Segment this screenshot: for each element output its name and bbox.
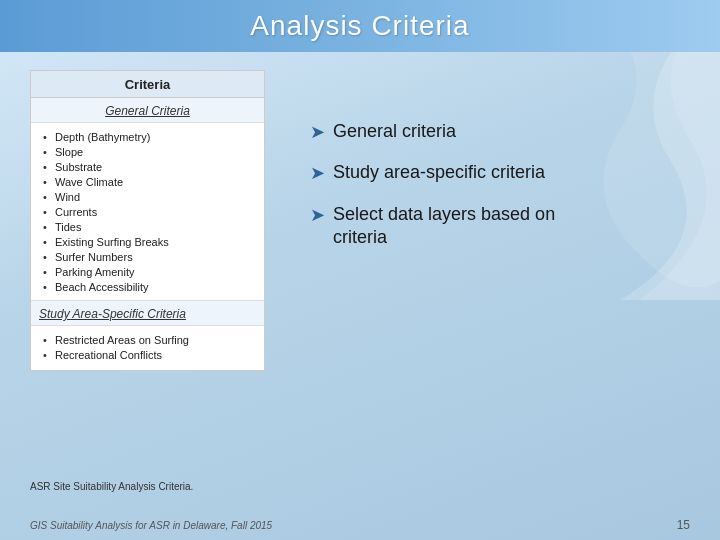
list-item: Restricted Areas on Surfing [43, 332, 256, 347]
list-item: Recreational Conflicts [43, 347, 256, 362]
right-item-label-2: Study area-specific criteria [333, 161, 545, 184]
arrow-icon-2: ➤ [310, 162, 325, 184]
general-criteria-list: Depth (Bathymetry) Slope Substrate Wave … [31, 123, 264, 300]
arrow-icon-3: ➤ [310, 204, 325, 226]
slide: Analysis Criteria Criteria General Crite… [0, 0, 720, 540]
criteria-panel: Criteria General Criteria Depth (Bathyme… [30, 70, 265, 371]
general-criteria-label: General Criteria [105, 104, 190, 118]
right-item-3: ➤ Select data layers based oncriteria [310, 203, 690, 250]
panel-header: Criteria [31, 71, 264, 98]
source-label-text: ASR Site Suitability Analysis Criteria. [30, 481, 193, 492]
list-item: Existing Surfing Breaks [43, 234, 256, 249]
page-title: Analysis Criteria [250, 10, 469, 42]
panel-header-text: Criteria [125, 77, 171, 92]
general-criteria-header: General Criteria [31, 98, 264, 123]
page-number: 15 [677, 518, 690, 532]
list-item: Substrate [43, 159, 256, 174]
list-item: Wave Climate [43, 174, 256, 189]
study-area-label: Study Area-Specific Criteria [39, 307, 186, 321]
list-item: Currents [43, 204, 256, 219]
footer-label: GIS Suitability Analysis for ASR in Dela… [30, 520, 272, 531]
list-item: Depth (Bathymetry) [43, 129, 256, 144]
arrow-icon-1: ➤ [310, 121, 325, 143]
footer: GIS Suitability Analysis for ASR in Dela… [0, 518, 720, 532]
right-item-label-3: Select data layers based oncriteria [333, 203, 555, 250]
list-item: Parking Amenity [43, 264, 256, 279]
list-item: Surfer Numbers [43, 249, 256, 264]
right-item-label-1: General criteria [333, 120, 456, 143]
source-label: ASR Site Suitability Analysis Criteria. [30, 481, 193, 492]
list-item: Beach Accessibility [43, 279, 256, 294]
right-panel: ➤ General criteria ➤ Study area-specific… [310, 120, 690, 268]
right-item-1: ➤ General criteria [310, 120, 690, 143]
title-bar: Analysis Criteria [0, 0, 720, 52]
list-item: Wind [43, 189, 256, 204]
study-area-list: Restricted Areas on Surfing Recreational… [31, 326, 264, 370]
right-item-2: ➤ Study area-specific criteria [310, 161, 690, 184]
list-item: Slope [43, 144, 256, 159]
study-area-header: Study Area-Specific Criteria [31, 300, 264, 326]
list-item: Tides [43, 219, 256, 234]
